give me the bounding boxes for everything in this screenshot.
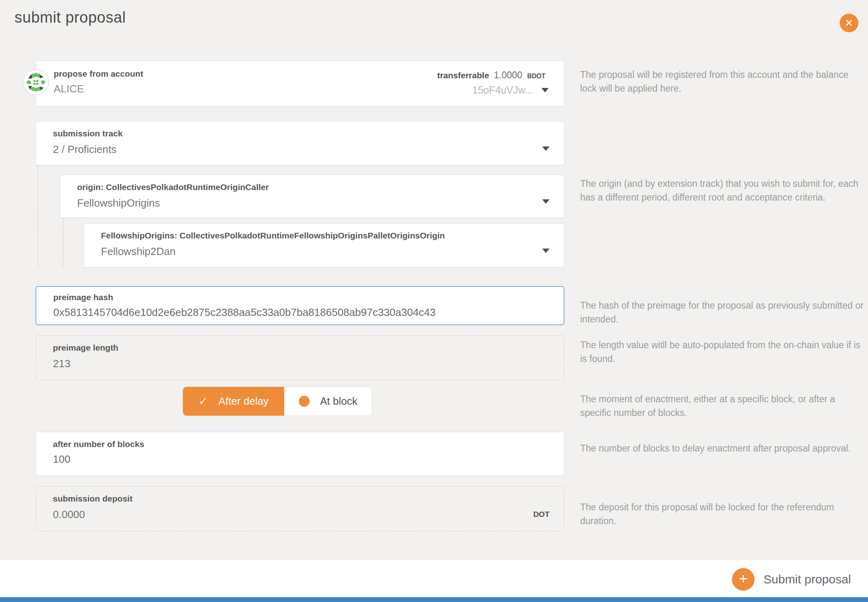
field-label: submission track <box>53 129 123 138</box>
propose-from-account-select[interactable]: propose from account ALICE transferrable… <box>36 61 564 107</box>
field-label: submission deposit <box>53 494 132 504</box>
after-blocks-field: after number of blocks <box>36 432 564 476</box>
submission-track-select[interactable]: submission track 2 / Proficients <box>36 121 564 165</box>
chevron-down-icon[interactable] <box>541 88 549 92</box>
check-icon: ✓ <box>199 395 208 408</box>
bottom-bar <box>0 597 868 602</box>
help-preimage-hash: The hash of the preimage for the proposa… <box>580 299 865 326</box>
toggle-label: After delay <box>218 395 268 408</box>
account-address-row: 15oF4uVJw... <box>472 84 549 96</box>
toggle-after-delay[interactable]: ✓ After delay <box>183 387 284 416</box>
field-value: 2 / Proficients <box>53 143 117 156</box>
field-label: propose from account <box>54 69 143 79</box>
radio-dot-icon <box>299 396 310 407</box>
origin-select[interactable]: origin: CollectivesPolkadotRuntimeOrigin… <box>60 175 564 218</box>
plus-icon: + <box>732 568 755 591</box>
help-origin: The origin (and by extension track) that… <box>580 177 865 204</box>
help-after-blocks: The number of blocks to delay enactment … <box>580 441 865 455</box>
submit-proposal-button[interactable]: + Submit proposal <box>732 568 851 591</box>
account-balance: transferrable 1.0000 BDOT <box>437 70 545 81</box>
chevron-down-icon <box>542 146 549 151</box>
account-name: ALICE <box>54 83 84 95</box>
field-label: preimage length <box>53 343 118 353</box>
field-value: 0.0000 <box>53 508 85 521</box>
help-preimage-length: The length value witll be auto-populated… <box>580 338 865 366</box>
preimage-length-field: preimage length 213 <box>36 335 564 380</box>
help-enactment: The moment of enactment, either at a spe… <box>580 392 865 420</box>
field-value: FellowshipOrigins <box>77 197 160 209</box>
nesting-line <box>38 165 38 268</box>
field-value: 213 <box>53 357 70 370</box>
chevron-down-icon <box>542 199 549 204</box>
submit-proposal-label: Submit proposal <box>763 573 851 586</box>
chevron-down-icon <box>542 249 549 253</box>
field-label: after number of blocks <box>53 439 144 449</box>
balance-label: transferrable <box>437 71 489 80</box>
fellowship-origin-select[interactable]: FellowshipOrigins: CollectivesPolkadotRu… <box>84 223 564 268</box>
balance-value: 1.0000 <box>494 70 522 81</box>
field-value: Fellowship2Dan <box>101 245 176 258</box>
field-label: preimage hash <box>53 293 113 302</box>
submission-deposit-field: submission deposit 0.0000 DOT <box>36 486 564 531</box>
account-address: 15oF4uVJw... <box>472 84 533 96</box>
toggle-at-block[interactable]: At block <box>284 387 372 416</box>
field-label: FellowshipOrigins: CollectivesPolkadotRu… <box>101 231 445 240</box>
deposit-unit: DOT <box>533 510 549 519</box>
close-button[interactable]: ✕ <box>840 14 858 32</box>
field-label: origin: CollectivesPolkadotRuntimeOrigin… <box>77 182 269 192</box>
page-title: submit proposal <box>15 9 126 26</box>
after-blocks-input[interactable] <box>53 453 549 466</box>
balance-unit: BDOT <box>527 73 545 80</box>
nesting-line <box>63 218 63 268</box>
help-account: The proposal will be registered from thi… <box>580 68 865 95</box>
toggle-label: At block <box>320 395 358 408</box>
help-deposit: The deposit for this proposal will be lo… <box>580 500 865 528</box>
account-identicon <box>23 69 49 96</box>
close-icon: ✕ <box>845 17 853 29</box>
preimage-hash-field: preimage hash <box>36 286 564 325</box>
preimage-hash-input[interactable] <box>53 306 550 319</box>
enactment-toggle: ✓ After delay At block <box>182 387 372 416</box>
